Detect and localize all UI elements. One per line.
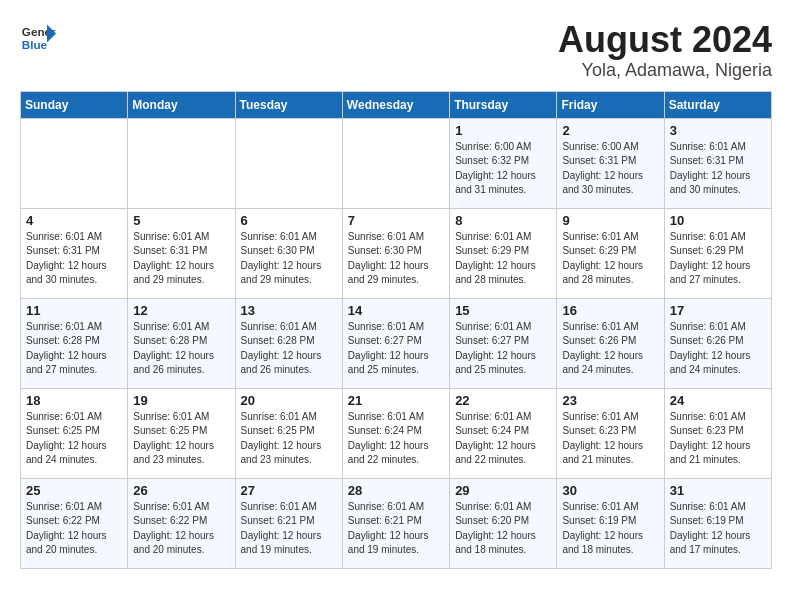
day-info: Sunrise: 6:01 AM Sunset: 6:19 PM Dayligh…	[670, 500, 766, 558]
day-info: Sunrise: 6:01 AM Sunset: 6:30 PM Dayligh…	[241, 230, 337, 288]
day-number: 7	[348, 213, 444, 228]
logo: General Blue	[20, 20, 56, 56]
day-info: Sunrise: 6:01 AM Sunset: 6:25 PM Dayligh…	[26, 410, 122, 468]
title-block: August 2024 Yola, Adamawa, Nigeria	[558, 20, 772, 81]
calendar-cell: 6Sunrise: 6:01 AM Sunset: 6:30 PM Daylig…	[235, 208, 342, 298]
calendar-cell: 31Sunrise: 6:01 AM Sunset: 6:19 PM Dayli…	[664, 478, 771, 568]
calendar-cell: 11Sunrise: 6:01 AM Sunset: 6:28 PM Dayli…	[21, 298, 128, 388]
calendar-week-3: 11Sunrise: 6:01 AM Sunset: 6:28 PM Dayli…	[21, 298, 772, 388]
day-info: Sunrise: 6:00 AM Sunset: 6:31 PM Dayligh…	[562, 140, 658, 198]
day-info: Sunrise: 6:01 AM Sunset: 6:31 PM Dayligh…	[670, 140, 766, 198]
calendar-week-4: 18Sunrise: 6:01 AM Sunset: 6:25 PM Dayli…	[21, 388, 772, 478]
calendar-cell: 19Sunrise: 6:01 AM Sunset: 6:25 PM Dayli…	[128, 388, 235, 478]
calendar-cell: 13Sunrise: 6:01 AM Sunset: 6:28 PM Dayli…	[235, 298, 342, 388]
calendar-cell: 26Sunrise: 6:01 AM Sunset: 6:22 PM Dayli…	[128, 478, 235, 568]
day-info: Sunrise: 6:01 AM Sunset: 6:29 PM Dayligh…	[562, 230, 658, 288]
day-info: Sunrise: 6:01 AM Sunset: 6:28 PM Dayligh…	[241, 320, 337, 378]
day-info: Sunrise: 6:01 AM Sunset: 6:21 PM Dayligh…	[241, 500, 337, 558]
calendar-table: SundayMondayTuesdayWednesdayThursdayFrid…	[20, 91, 772, 569]
day-info: Sunrise: 6:01 AM Sunset: 6:23 PM Dayligh…	[670, 410, 766, 468]
day-number: 22	[455, 393, 551, 408]
logo-icon: General Blue	[20, 20, 56, 56]
day-info: Sunrise: 6:01 AM Sunset: 6:28 PM Dayligh…	[26, 320, 122, 378]
day-number: 11	[26, 303, 122, 318]
calendar-cell: 4Sunrise: 6:01 AM Sunset: 6:31 PM Daylig…	[21, 208, 128, 298]
calendar-cell: 16Sunrise: 6:01 AM Sunset: 6:26 PM Dayli…	[557, 298, 664, 388]
calendar-cell: 1Sunrise: 6:00 AM Sunset: 6:32 PM Daylig…	[450, 118, 557, 208]
day-number: 27	[241, 483, 337, 498]
day-number: 31	[670, 483, 766, 498]
calendar-cell: 8Sunrise: 6:01 AM Sunset: 6:29 PM Daylig…	[450, 208, 557, 298]
day-number: 10	[670, 213, 766, 228]
calendar-cell: 30Sunrise: 6:01 AM Sunset: 6:19 PM Dayli…	[557, 478, 664, 568]
day-number: 24	[670, 393, 766, 408]
day-info: Sunrise: 6:01 AM Sunset: 6:21 PM Dayligh…	[348, 500, 444, 558]
calendar-cell: 21Sunrise: 6:01 AM Sunset: 6:24 PM Dayli…	[342, 388, 449, 478]
day-number: 16	[562, 303, 658, 318]
day-info: Sunrise: 6:01 AM Sunset: 6:23 PM Dayligh…	[562, 410, 658, 468]
day-info: Sunrise: 6:01 AM Sunset: 6:27 PM Dayligh…	[348, 320, 444, 378]
day-info: Sunrise: 6:01 AM Sunset: 6:27 PM Dayligh…	[455, 320, 551, 378]
calendar-cell: 10Sunrise: 6:01 AM Sunset: 6:29 PM Dayli…	[664, 208, 771, 298]
day-info: Sunrise: 6:01 AM Sunset: 6:31 PM Dayligh…	[133, 230, 229, 288]
day-info: Sunrise: 6:01 AM Sunset: 6:26 PM Dayligh…	[670, 320, 766, 378]
calendar-cell: 18Sunrise: 6:01 AM Sunset: 6:25 PM Dayli…	[21, 388, 128, 478]
day-number: 20	[241, 393, 337, 408]
svg-text:Blue: Blue	[22, 38, 48, 51]
weekday-header-sunday: Sunday	[21, 91, 128, 118]
calendar-week-2: 4Sunrise: 6:01 AM Sunset: 6:31 PM Daylig…	[21, 208, 772, 298]
day-info: Sunrise: 6:01 AM Sunset: 6:25 PM Dayligh…	[241, 410, 337, 468]
calendar-cell	[342, 118, 449, 208]
day-info: Sunrise: 6:01 AM Sunset: 6:26 PM Dayligh…	[562, 320, 658, 378]
calendar-cell: 3Sunrise: 6:01 AM Sunset: 6:31 PM Daylig…	[664, 118, 771, 208]
day-number: 17	[670, 303, 766, 318]
day-info: Sunrise: 6:01 AM Sunset: 6:24 PM Dayligh…	[348, 410, 444, 468]
calendar-cell: 20Sunrise: 6:01 AM Sunset: 6:25 PM Dayli…	[235, 388, 342, 478]
weekday-header-thursday: Thursday	[450, 91, 557, 118]
day-number: 14	[348, 303, 444, 318]
weekday-header-monday: Monday	[128, 91, 235, 118]
weekday-header-wednesday: Wednesday	[342, 91, 449, 118]
day-number: 6	[241, 213, 337, 228]
weekday-header-row: SundayMondayTuesdayWednesdayThursdayFrid…	[21, 91, 772, 118]
calendar-week-5: 25Sunrise: 6:01 AM Sunset: 6:22 PM Dayli…	[21, 478, 772, 568]
day-number: 4	[26, 213, 122, 228]
weekday-header-tuesday: Tuesday	[235, 91, 342, 118]
weekday-header-saturday: Saturday	[664, 91, 771, 118]
day-number: 1	[455, 123, 551, 138]
day-info: Sunrise: 6:01 AM Sunset: 6:31 PM Dayligh…	[26, 230, 122, 288]
day-info: Sunrise: 6:01 AM Sunset: 6:28 PM Dayligh…	[133, 320, 229, 378]
calendar-cell: 29Sunrise: 6:01 AM Sunset: 6:20 PM Dayli…	[450, 478, 557, 568]
day-number: 13	[241, 303, 337, 318]
page-title: August 2024	[558, 20, 772, 60]
day-info: Sunrise: 6:01 AM Sunset: 6:22 PM Dayligh…	[26, 500, 122, 558]
page-header: General Blue August 2024 Yola, Adamawa, …	[20, 20, 772, 81]
day-number: 19	[133, 393, 229, 408]
calendar-cell: 15Sunrise: 6:01 AM Sunset: 6:27 PM Dayli…	[450, 298, 557, 388]
day-number: 9	[562, 213, 658, 228]
day-number: 23	[562, 393, 658, 408]
day-number: 8	[455, 213, 551, 228]
day-info: Sunrise: 6:01 AM Sunset: 6:24 PM Dayligh…	[455, 410, 551, 468]
day-number: 29	[455, 483, 551, 498]
day-info: Sunrise: 6:01 AM Sunset: 6:19 PM Dayligh…	[562, 500, 658, 558]
day-info: Sunrise: 6:01 AM Sunset: 6:22 PM Dayligh…	[133, 500, 229, 558]
calendar-cell	[21, 118, 128, 208]
calendar-cell: 17Sunrise: 6:01 AM Sunset: 6:26 PM Dayli…	[664, 298, 771, 388]
calendar-cell: 14Sunrise: 6:01 AM Sunset: 6:27 PM Dayli…	[342, 298, 449, 388]
day-info: Sunrise: 6:01 AM Sunset: 6:20 PM Dayligh…	[455, 500, 551, 558]
day-number: 30	[562, 483, 658, 498]
calendar-cell	[128, 118, 235, 208]
day-info: Sunrise: 6:01 AM Sunset: 6:25 PM Dayligh…	[133, 410, 229, 468]
day-info: Sunrise: 6:01 AM Sunset: 6:30 PM Dayligh…	[348, 230, 444, 288]
day-number: 15	[455, 303, 551, 318]
day-number: 12	[133, 303, 229, 318]
day-number: 25	[26, 483, 122, 498]
calendar-cell: 7Sunrise: 6:01 AM Sunset: 6:30 PM Daylig…	[342, 208, 449, 298]
day-info: Sunrise: 6:01 AM Sunset: 6:29 PM Dayligh…	[670, 230, 766, 288]
calendar-week-1: 1Sunrise: 6:00 AM Sunset: 6:32 PM Daylig…	[21, 118, 772, 208]
day-number: 18	[26, 393, 122, 408]
day-number: 3	[670, 123, 766, 138]
weekday-header-friday: Friday	[557, 91, 664, 118]
day-number: 21	[348, 393, 444, 408]
